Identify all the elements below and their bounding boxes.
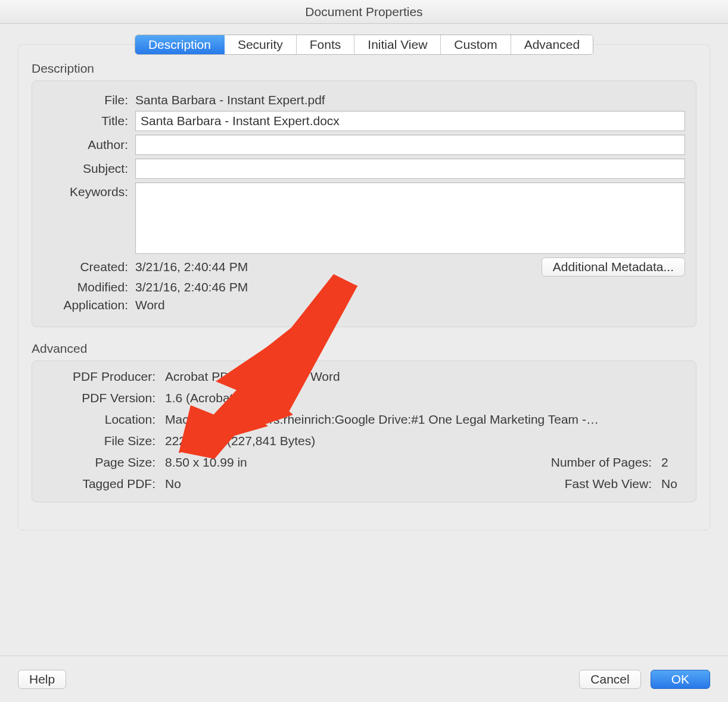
value-number-of-pages: 2: [661, 455, 679, 470]
ok-button[interactable]: OK: [651, 670, 710, 689]
value-pdf-producer: Acrobat PDFMaker 15 for Word: [165, 369, 685, 384]
label-application: Application:: [43, 298, 135, 312]
tab-security[interactable]: Security: [225, 35, 297, 54]
value-pdf-version: 1.6 (Acrobat 7.x): [165, 391, 685, 405]
section-description: File: Santa Barbara - Instant Expert.pdf…: [32, 80, 696, 327]
window-title: Document Properties: [0, 0, 728, 24]
tab-description[interactable]: Description: [135, 35, 225, 54]
value-page-size: 8.50 x 10.99 in: [165, 455, 247, 470]
label-created: Created:: [43, 260, 135, 274]
input-author[interactable]: [135, 135, 685, 155]
value-application: Word: [135, 298, 685, 312]
label-keywords: Keywords:: [43, 182, 135, 199]
label-number-of-pages: Number of Pages:: [551, 455, 652, 470]
input-title[interactable]: [135, 111, 685, 131]
value-file: Santa Barbara - Instant Expert.pdf: [135, 93, 685, 107]
additional-metadata-button[interactable]: Additional Metadata...: [542, 257, 685, 277]
label-modified: Modified:: [43, 280, 135, 294]
tab-initial-view[interactable]: Initial View: [354, 35, 441, 54]
label-location: Location:: [43, 412, 165, 427]
label-pdf-producer: PDF Producer:: [43, 369, 165, 384]
value-file-size: 222.50 KB (227,841 Bytes): [165, 434, 685, 448]
label-tagged-pdf: Tagged PDF:: [43, 477, 165, 491]
label-file-size: File Size:: [43, 434, 165, 448]
section-advanced: PDF Producer: Acrobat PDFMaker 15 for Wo…: [32, 361, 696, 502]
help-button[interactable]: Help: [18, 670, 66, 689]
value-location: Macintosh HD:Users:rheinrich:Google Driv…: [165, 412, 685, 427]
label-author: Author:: [43, 138, 135, 152]
tab-advanced[interactable]: Advanced: [511, 35, 593, 54]
dialog-footer: Help Cancel OK: [0, 656, 728, 702]
section-title-advanced: Advanced: [32, 341, 696, 356]
value-fast-web-view: No: [661, 477, 679, 491]
cancel-button[interactable]: Cancel: [579, 670, 640, 689]
tab-bar: Description Security Fonts Initial View …: [18, 35, 710, 55]
value-tagged-pdf: No: [165, 477, 181, 491]
tab-fonts[interactable]: Fonts: [297, 35, 355, 54]
value-created: 3/21/16, 2:40:44 PM: [135, 260, 248, 274]
label-page-size: Page Size:: [43, 455, 165, 470]
panel-main: Description File: Santa Barbara - Instan…: [18, 44, 710, 530]
input-subject[interactable]: [135, 159, 685, 179]
value-modified: 3/21/16, 2:40:46 PM: [135, 280, 685, 294]
label-subject: Subject:: [43, 161, 135, 176]
label-title: Title:: [43, 114, 135, 128]
input-keywords[interactable]: [135, 182, 685, 254]
label-fast-web-view: Fast Web View:: [565, 477, 652, 491]
label-file: File:: [43, 93, 135, 107]
section-title-description: Description: [32, 61, 696, 76]
tab-custom[interactable]: Custom: [441, 35, 511, 54]
label-pdf-version: PDF Version:: [43, 391, 165, 405]
